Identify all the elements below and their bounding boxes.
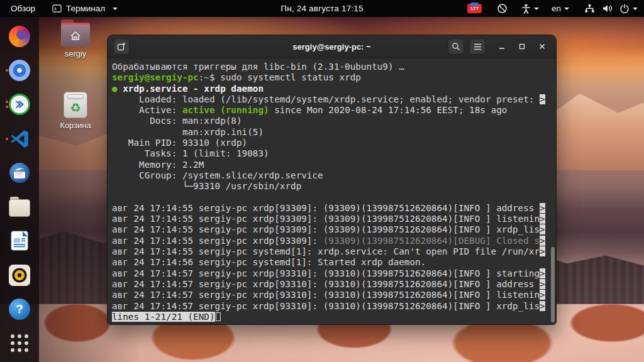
accessibility-menu[interactable] xyxy=(521,0,539,17)
home-folder-icon xyxy=(61,23,90,47)
firefox-icon xyxy=(9,26,30,47)
network-wired-icon xyxy=(584,4,595,13)
terminal-window: sergiy@sergiy-pc: ~ xyxy=(107,35,557,325)
help-icon: ? xyxy=(9,299,30,320)
search-button[interactable] xyxy=(448,38,464,55)
new-tab-icon xyxy=(117,42,126,51)
minimize-button[interactable] xyxy=(494,39,509,54)
rhythmbox-icon xyxy=(9,265,30,286)
desktop-icon-trash[interactable]: ♻ Корзина xyxy=(53,92,98,130)
house-icon xyxy=(69,30,82,41)
terminal-line xyxy=(112,192,556,203)
new-tab-button[interactable] xyxy=(113,38,130,55)
close-button[interactable] xyxy=(535,39,550,54)
dock: ? xyxy=(0,17,39,362)
trash-icon: ♻ xyxy=(64,92,87,118)
dock-item-firefox[interactable] xyxy=(5,23,34,50)
app-grid-icon xyxy=(11,334,28,352)
terminal-line: Memory: 2.2M xyxy=(112,160,556,170)
power-menu[interactable] xyxy=(619,0,638,17)
accessibility-icon xyxy=(521,4,531,14)
chevron-down-icon xyxy=(534,8,539,10)
tray-badge[interactable]: 177 xyxy=(467,0,482,17)
terminal-line: lines 1-21/21 (END) xyxy=(112,312,556,322)
dock-item-chromium[interactable] xyxy=(5,57,34,84)
terminal-line: Tasks: 1 (limit: 19083) xyxy=(112,148,556,159)
dock-item-files[interactable] xyxy=(5,193,34,221)
menu-button[interactable] xyxy=(469,38,486,55)
running-indicator-dots xyxy=(6,69,8,72)
terminal-line: авг 24 17:14:57 sergiy-pc xrdp[93310]: (… xyxy=(112,301,556,312)
chevron-down-icon xyxy=(564,8,569,10)
terminal-line: CGroup: /system.slice/xrdp.service xyxy=(112,170,556,181)
dock-item-remote-desktop[interactable] xyxy=(5,90,34,118)
volume-indicator[interactable] xyxy=(602,0,613,17)
maximize-button[interactable] xyxy=(514,39,530,54)
dock-item-vscode[interactable] xyxy=(5,125,34,153)
do-not-disturb[interactable] xyxy=(497,0,508,17)
terminal-body[interactable]: Обрабатываются триггеры для libc-bin (2.… xyxy=(108,58,556,325)
terminal-line: Обрабатываются триггеры для libc-bin (2.… xyxy=(112,62,556,72)
clock[interactable]: Пн, 24 августа 17:15 xyxy=(280,0,363,17)
activities-button[interactable]: Обзор xyxy=(0,0,46,17)
remote-desktop-icon xyxy=(9,94,30,115)
terminal-line: авг 24 17:14:57 sergiy-pc xrdp[93310]: (… xyxy=(112,290,556,300)
terminal-line: авг 24 17:14:55 sergiy-pc xrdp[93309]: (… xyxy=(112,236,556,246)
thunderbird-icon xyxy=(9,162,30,184)
desktop-icon-label: sergiy xyxy=(53,49,98,58)
terminal-app-icon xyxy=(52,4,62,13)
app-menu[interactable]: Терминал xyxy=(46,0,124,17)
chromium-icon xyxy=(9,60,30,81)
terminal-line: ● xrdp.service - xrdp daemon xyxy=(112,84,556,94)
top-bar: Обзор Терминал Пн, 24 августа 17:15 177 xyxy=(0,0,644,17)
close-icon xyxy=(538,43,546,50)
network-indicator[interactable] xyxy=(584,0,595,17)
dock-item-rhythmbox[interactable] xyxy=(5,261,34,289)
running-indicator-dots xyxy=(6,138,8,140)
terminal-line: Docs: man:xrdp(8) xyxy=(112,116,556,126)
minimize-icon xyxy=(498,43,506,50)
terminal-line: авг 24 17:14:56 sergiy-pc systemd[1]: St… xyxy=(112,257,556,268)
terminal-line: Loaded: loaded (/lib/systemd/system/xrdp… xyxy=(112,94,556,105)
libreoffice-writer-icon xyxy=(9,230,30,251)
terminal-line: Main PID: 93310 (xrdp) xyxy=(112,138,556,148)
dock-item-libreoffice-writer[interactable] xyxy=(5,227,34,255)
terminal-line: авг 24 17:14:55 sergiy-pc xrdp[93309]: (… xyxy=(112,203,556,214)
chevron-down-icon xyxy=(113,8,118,10)
dock-item-app-grid[interactable] xyxy=(5,329,34,357)
notification-badge-icon: 177 xyxy=(467,4,482,13)
keyboard-layout-menu[interactable]: en xyxy=(552,0,569,17)
terminal-scrollbar[interactable] xyxy=(551,247,555,322)
recycle-symbol: ♻ xyxy=(70,102,80,114)
terminal-title: sergiy@sergiy-pc: ~ xyxy=(292,42,370,52)
app-menu-label: Терминал xyxy=(66,4,105,13)
vscode-icon xyxy=(9,128,30,150)
maximize-icon xyxy=(518,43,526,50)
terminal-output: Обрабатываются триггеры для libc-bin (2.… xyxy=(112,62,556,322)
search-icon xyxy=(452,42,460,51)
terminal-line: sergiy@sergiy-pc:~$ sudo systemctl statu… xyxy=(112,72,556,83)
dock-item-help[interactable]: ? xyxy=(5,295,34,323)
power-icon xyxy=(619,4,630,14)
terminal-line: Active: active (running) since Mon 2020-… xyxy=(112,105,556,116)
desktop-icon-home[interactable]: sergiy xyxy=(53,23,98,58)
terminal-line: авг 24 17:14:55 sergiy-pc xrdp[93309]: (… xyxy=(112,214,556,224)
terminal-line: авг 24 17:14:57 sergiy-pc xrdp[93310]: (… xyxy=(112,279,556,290)
terminal-line: авг 24 17:14:57 sergiy-pc xrdp[93310]: (… xyxy=(112,268,556,279)
terminal-line: авг 24 17:14:55 sergiy-pc xrdp[93309]: (… xyxy=(112,224,556,235)
volume-icon xyxy=(602,4,613,13)
files-icon xyxy=(9,199,30,217)
terminal-line: авг 24 17:14:55 sergiy-pc systemd[1]: xr… xyxy=(112,246,556,257)
terminal-line: └─93310 /usr/sbin/xrdp xyxy=(112,181,556,192)
terminal-line: man:xrdp.ini(5) xyxy=(112,127,556,138)
desktop-icon-label: Корзина xyxy=(53,121,98,130)
do-not-disturb-icon xyxy=(497,3,508,14)
hamburger-menu-icon xyxy=(474,43,482,50)
chevron-down-icon xyxy=(633,8,638,10)
running-indicator-dots xyxy=(6,101,8,108)
keyboard-layout-label: en xyxy=(552,4,561,13)
terminal-titlebar[interactable]: sergiy@sergiy-pc: ~ xyxy=(108,35,556,58)
dock-item-thunderbird[interactable] xyxy=(5,159,34,187)
